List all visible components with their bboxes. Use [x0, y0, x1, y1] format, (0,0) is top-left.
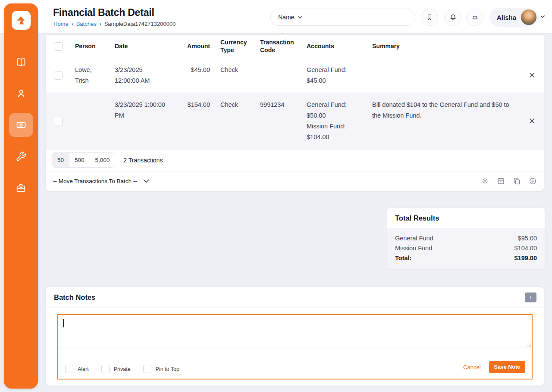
- column-header-amount[interactable]: Amount: [173, 39, 216, 54]
- private-label: Private: [114, 366, 131, 372]
- money-bill-icon: [16, 119, 27, 131]
- note-textarea[interactable]: [58, 315, 532, 348]
- page-size-50-button[interactable]: 50: [52, 153, 69, 167]
- cell-amount: $154.00: [173, 93, 216, 149]
- bell-icon: [449, 13, 457, 22]
- search-input[interactable]: [308, 9, 415, 25]
- breadcrumb-home[interactable]: Home: [53, 21, 69, 27]
- rock-logo-icon: [15, 14, 28, 27]
- remove-transaction-button[interactable]: [527, 116, 536, 125]
- book-open-icon: [16, 56, 27, 68]
- column-header-transaction-code[interactable]: Transaction Code: [256, 35, 302, 57]
- cell-person: Lowe, Trish: [71, 58, 110, 93]
- select-all-cell: [46, 42, 71, 51]
- table-row: 3/23/2025 1:00:00 PM $154.00 Check 99912…: [46, 93, 544, 149]
- sidebar-item-finance[interactable]: [9, 113, 33, 137]
- total-results-body: General Fund $95.00 Mission Fund $104.00…: [387, 228, 545, 269]
- sidebar-item-people[interactable]: [9, 81, 33, 106]
- cell-accounts: General Fund: $50.00 Mission Fund: $104.…: [302, 93, 368, 149]
- batch-notes-title: Batch Notes: [54, 293, 95, 302]
- sidebar-item-admin[interactable]: [9, 176, 33, 200]
- breadcrumb-separator-icon: ›: [72, 21, 73, 27]
- global-search: Name: [270, 9, 415, 26]
- page-size-500-button[interactable]: 500: [69, 153, 90, 167]
- cell-currency-type: Check: [216, 58, 256, 93]
- grid-action-icons: [481, 177, 536, 185]
- note-options: Alert Private Pin to Top: [65, 365, 179, 373]
- move-to-batch-dropdown[interactable]: -- Move Transactions To Batch --: [53, 178, 149, 184]
- cell-transaction-code: 9991234: [256, 93, 302, 149]
- chevron-down-icon: [143, 179, 149, 183]
- column-header-actions: [520, 43, 544, 50]
- breadcrumb-batches[interactable]: Batches: [76, 21, 97, 27]
- alert-checkbox-option[interactable]: Alert: [65, 365, 89, 373]
- cell-date: 3/23/2025 1:00:00 PM: [110, 93, 173, 149]
- private-checkbox-option[interactable]: Private: [101, 365, 131, 373]
- cell-currency-type: Check: [216, 93, 256, 149]
- cell-person: [71, 93, 110, 149]
- sidebar-item-people-directory[interactable]: [9, 50, 33, 74]
- fund-value: $95.00: [518, 235, 537, 242]
- page-title: Financial Batch Detail: [53, 7, 154, 19]
- add-transaction-button[interactable]: [529, 177, 536, 185]
- app-logo[interactable]: [12, 11, 31, 30]
- copy-button[interactable]: [513, 177, 521, 185]
- chevron-down-icon: [540, 15, 545, 18]
- user-menu[interactable]: Alisha: [489, 8, 539, 27]
- total-results-row: Mission Fund $104.00: [395, 243, 537, 253]
- sidebar-item-tools[interactable]: [9, 144, 33, 168]
- save-note-button[interactable]: Save Note: [489, 361, 525, 373]
- grid-columns-button[interactable]: [497, 177, 505, 185]
- column-header-person[interactable]: Person: [71, 39, 110, 54]
- chevron-down-icon: [298, 16, 302, 19]
- pin-to-top-checkbox[interactable]: [143, 365, 151, 373]
- batch-notes-panel: Batch Notes + Alert Private: [45, 286, 544, 386]
- close-icon: [529, 118, 535, 124]
- remove-transaction-button[interactable]: [527, 71, 536, 80]
- row-actions-cell: [520, 58, 544, 93]
- column-header-date[interactable]: Date: [110, 39, 173, 54]
- grid-settings-button[interactable]: [481, 177, 489, 185]
- column-header-accounts[interactable]: Accounts: [302, 39, 368, 54]
- notifications-button[interactable]: [444, 9, 461, 26]
- user-avatar: [521, 9, 536, 25]
- row-select-cell: [46, 58, 71, 93]
- bookmark-button[interactable]: [421, 9, 438, 26]
- alert-checkbox[interactable]: [65, 365, 73, 373]
- alert-label: Alert: [78, 366, 89, 372]
- column-header-currency-type[interactable]: Currency Type: [216, 35, 256, 57]
- bookmark-icon: [426, 13, 433, 21]
- column-header-summary[interactable]: Summary: [368, 39, 520, 54]
- total-results-panel: Total Results General Fund $95.00 Missio…: [387, 207, 545, 269]
- page-size-5000-button[interactable]: 5,000: [90, 153, 115, 167]
- total-results-title: Total Results: [387, 208, 545, 228]
- select-all-checkbox[interactable]: [54, 42, 63, 51]
- total-value: $199.00: [514, 255, 537, 261]
- text-caret: [63, 319, 64, 327]
- grid-header-row: Person Date Amount Currency Type Transac…: [46, 35, 544, 58]
- cell-amount: $45.00: [173, 58, 216, 93]
- row-checkbox[interactable]: [54, 71, 63, 80]
- gear-icon: [481, 177, 489, 185]
- add-note-button[interactable]: +: [525, 292, 536, 302]
- pin-to-top-checkbox-option[interactable]: Pin to Top: [143, 365, 179, 373]
- batch-notes-body: Alert Private Pin to Top Cancel Save Not…: [46, 308, 544, 386]
- note-editor: Alert Private Pin to Top Cancel Save Not…: [57, 314, 533, 380]
- cancel-button[interactable]: Cancel: [463, 364, 480, 370]
- grid-columns-icon: [497, 177, 505, 185]
- grid-pagination: 50 500 5,000 2 Transactions: [46, 149, 544, 171]
- private-checkbox[interactable]: [101, 365, 110, 373]
- account-line: Mission Fund:: [307, 121, 363, 132]
- resize-handle[interactable]: [527, 342, 531, 347]
- close-icon: [529, 72, 535, 78]
- row-select-cell: [46, 93, 71, 149]
- search-filter-dropdown[interactable]: Name: [271, 9, 308, 25]
- grid-footer-actions: -- Move Transactions To Batch --: [46, 171, 544, 191]
- total-label: Total:: [395, 255, 411, 261]
- account-line: $104.00: [307, 132, 363, 143]
- transactions-grid: Person Date Amount Currency Type Transac…: [45, 34, 544, 191]
- account-line: $45.00: [307, 75, 363, 86]
- user-name: Alisha: [497, 14, 516, 21]
- row-checkbox[interactable]: [54, 117, 63, 125]
- impersonation-button[interactable]: [466, 9, 483, 26]
